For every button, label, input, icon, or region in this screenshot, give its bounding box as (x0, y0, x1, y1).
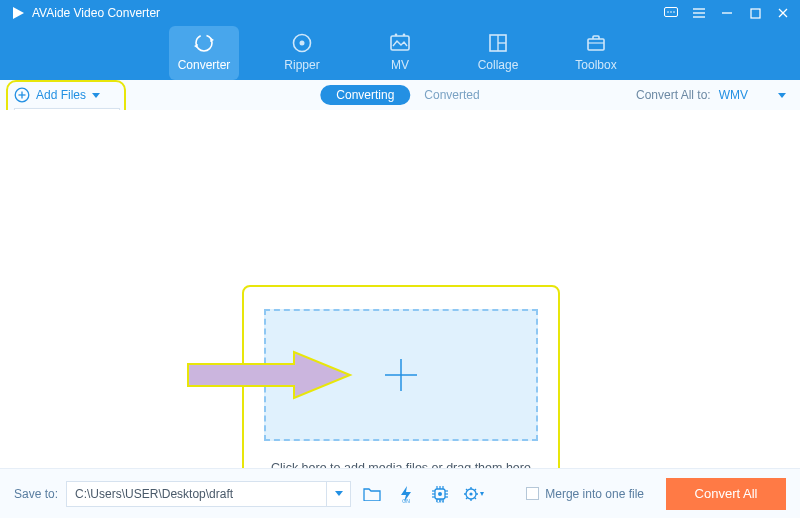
svg-rect-17 (391, 36, 409, 50)
toolbox-icon (585, 32, 607, 54)
svg-line-60 (475, 489, 477, 491)
footer: Save to: ON ON Merge into one file Conve… (0, 468, 800, 518)
high-speed-button[interactable]: ON (427, 481, 453, 507)
content-area: Click here to add media files or drag th… (0, 110, 800, 468)
tab-mv-label: MV (391, 58, 409, 72)
save-to-label: Save to: (14, 487, 58, 501)
svg-rect-9 (751, 9, 760, 18)
merge-checkbox[interactable]: Merge into one file (526, 487, 644, 501)
tab-toolbox-label: Toolbox (575, 58, 616, 72)
tab-toolbox[interactable]: Toolbox (561, 26, 631, 80)
svg-line-58 (475, 497, 477, 499)
tab-converting[interactable]: Converting (320, 85, 410, 105)
gear-icon (463, 486, 485, 502)
convert-all-button[interactable]: Convert All (666, 478, 786, 510)
header: AVAide Video Converter Conver (0, 0, 800, 80)
chevron-down-icon (778, 93, 786, 98)
maximize-icon[interactable] (748, 6, 762, 20)
svg-marker-29 (778, 93, 786, 98)
menu-icon[interactable] (692, 6, 706, 20)
svg-point-19 (403, 34, 406, 37)
open-folder-button[interactable] (359, 481, 385, 507)
svg-point-52 (469, 492, 472, 495)
titlebar: AVAide Video Converter (0, 0, 800, 26)
add-files-button[interactable]: Add Files (14, 87, 100, 103)
plus-circle-icon (14, 87, 30, 103)
save-path-dropdown[interactable] (326, 482, 350, 506)
feedback-icon[interactable] (664, 6, 678, 20)
close-icon[interactable] (776, 6, 790, 20)
svg-point-18 (395, 34, 398, 37)
subbar: Add Files Converting Converted Convert A… (0, 80, 800, 110)
output-format-value: WMV (719, 88, 748, 102)
status-tabs: Converting Converted (320, 85, 479, 105)
save-path-input[interactable] (67, 487, 326, 501)
plus-icon (381, 355, 421, 395)
svg-marker-61 (480, 492, 484, 496)
chevron-down-icon (92, 93, 100, 98)
tab-ripper-label: Ripper (284, 58, 319, 72)
svg-marker-0 (13, 7, 24, 19)
add-files-label: Add Files (36, 88, 86, 102)
collage-icon (487, 32, 509, 54)
tab-ripper[interactable]: Ripper (267, 26, 337, 80)
chevron-down-icon (335, 491, 343, 496)
svg-rect-23 (588, 39, 604, 50)
tab-collage[interactable]: Collage (463, 26, 533, 80)
folder-icon (363, 486, 381, 501)
svg-line-57 (466, 489, 468, 491)
svg-point-12 (196, 35, 212, 51)
tab-mv[interactable]: MV (365, 26, 435, 80)
merge-label: Merge into one file (545, 487, 644, 501)
convert-all-to: Convert All to: WMV (636, 88, 786, 102)
converter-icon (193, 32, 215, 54)
svg-point-37 (438, 492, 442, 496)
save-path-field (66, 481, 351, 507)
flash-icon: ON (398, 485, 414, 503)
svg-point-4 (673, 11, 675, 13)
svg-marker-32 (188, 352, 350, 398)
play-icon (10, 5, 26, 21)
mv-icon (389, 32, 411, 54)
svg-point-3 (670, 11, 672, 13)
output-format-select[interactable]: WMV (719, 88, 786, 102)
tab-converted[interactable]: Converted (424, 88, 479, 102)
tutorial-arrow-icon (184, 350, 354, 400)
gpu-accel-button[interactable]: ON (393, 481, 419, 507)
svg-marker-33 (335, 491, 343, 496)
svg-point-2 (667, 11, 669, 13)
app-logo: AVAide Video Converter (10, 5, 160, 21)
svg-text:ON: ON (402, 498, 410, 503)
svg-marker-28 (92, 93, 100, 98)
settings-button[interactable] (461, 481, 487, 507)
window-controls (664, 6, 790, 20)
tab-collage-label: Collage (478, 58, 519, 72)
tab-converter-label: Converter (178, 58, 231, 72)
svg-point-16 (300, 41, 305, 46)
tab-converter[interactable]: Converter (169, 26, 239, 80)
svg-line-59 (466, 497, 468, 499)
nav-tabs: Converter Ripper MV Collage Toolbox (169, 26, 631, 80)
convert-all-to-label: Convert All to: (636, 88, 711, 102)
app-title: AVAide Video Converter (32, 6, 160, 20)
chip-icon: ON (431, 485, 449, 503)
checkbox-icon (526, 487, 539, 500)
minimize-icon[interactable] (720, 6, 734, 20)
ripper-icon (291, 32, 313, 54)
svg-text:ON: ON (436, 498, 444, 503)
